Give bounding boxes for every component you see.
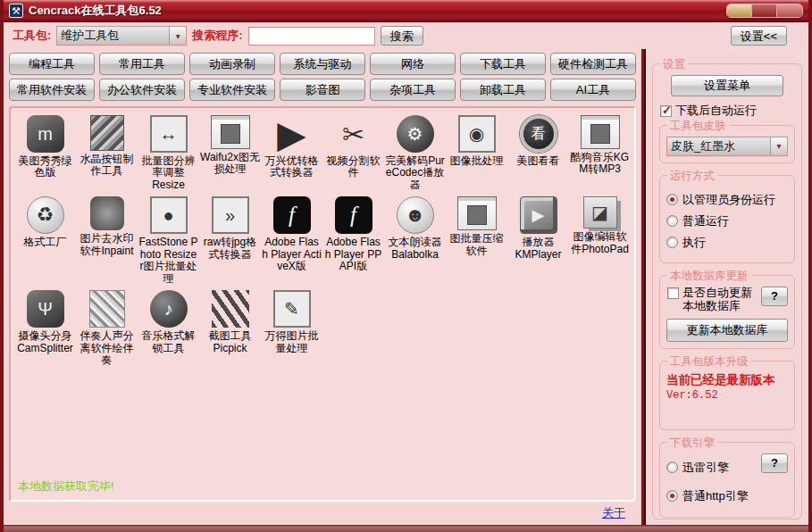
window-title: Cencrack在线工具包6.52 <box>29 3 162 19</box>
tab-button[interactable]: 动画录制 <box>189 53 275 75</box>
tab-button[interactable]: AI工具 <box>550 79 636 101</box>
app-item[interactable]: 伴奏人声分离软件绘伴奏 <box>76 290 138 366</box>
run-mode-options: 以管理员身份运行普通运行执行 <box>666 192 788 251</box>
checkbox-checked-icon <box>660 105 672 117</box>
app-item[interactable]: ⚙完美解码PureCodec播放器 <box>384 115 446 191</box>
skin-select[interactable]: 皮肤_红墨水 ▾ <box>666 137 788 156</box>
app-item[interactable]: Ψ摄像头分身 CamSplitter <box>14 290 76 366</box>
app-label: raw转jpg格式转换器 <box>200 237 260 261</box>
window-bottom-border <box>4 525 808 532</box>
app-label: 美图看看 <box>508 155 568 167</box>
app-item[interactable]: m美图秀秀绿色版 <box>14 115 76 191</box>
play-triangle-icon: ▶ <box>273 115 311 153</box>
vocal-remover-anime-icon <box>89 290 125 328</box>
app-label: 格式工厂 <box>15 237 75 248</box>
app-grid: m美图秀秀绿色版水晶按钮制作工具↔批量图分辨率调整 ResizeWaifu2x图… <box>11 108 634 366</box>
db-auto-label: 是否自动更新本地数据库 <box>682 287 761 313</box>
tab-button[interactable]: 系统与驱动 <box>280 53 365 75</box>
tab-button[interactable]: 杂项工具 <box>370 79 456 101</box>
auto-run-checkbox[interactable]: 下载后自动运行 <box>660 104 795 118</box>
app-item[interactable]: ♻格式工厂 <box>14 196 76 285</box>
kugou-kgm-window-icon <box>581 115 620 149</box>
resize-tool-icon: ↔ <box>150 115 188 153</box>
close-button[interactable] <box>777 4 802 17</box>
app-label: 水晶按钮制作工具 <box>77 154 137 178</box>
window-controls <box>726 4 803 18</box>
checkbox-unchecked-icon <box>667 287 679 299</box>
app-item[interactable]: ▶播放器 KMPlayer <box>507 196 569 285</box>
radio-unselected-icon <box>666 461 678 473</box>
tab-button[interactable]: 专业软件安装 <box>189 79 275 101</box>
tab-button[interactable]: 硬件检测工具 <box>550 53 636 75</box>
app-item[interactable]: ◉图像批处理 <box>446 115 507 191</box>
engine-help-button[interactable]: ? <box>761 453 788 473</box>
faststone-resizer-icon: ● <box>150 196 188 234</box>
app-item[interactable]: fAdobe Flash Player ActiveX版 <box>261 196 322 285</box>
run-mode-option[interactable]: 以管理员身份运行 <box>666 192 788 208</box>
app-item[interactable]: ↔批量图分辨率调整 Resize <box>138 115 199 191</box>
tab-button[interactable]: 下载工具 <box>460 53 546 75</box>
app-item[interactable]: fAdobe Flash Player PPAPI版 <box>322 196 384 285</box>
search-label: 搜索程序: <box>192 28 242 44</box>
engine-option[interactable]: 迅雷引擎 <box>666 460 749 476</box>
tab-button[interactable]: 常用软件安装 <box>9 79 95 101</box>
app-item[interactable]: »raw转jpg格式转换器 <box>199 196 261 285</box>
radio-selected-icon <box>666 194 678 205</box>
settings-menu-button[interactable]: 设置菜单 <box>671 75 783 96</box>
kmplayer-cube-icon: ▶ <box>520 196 557 234</box>
run-mode-group: 运行方式 以管理员身份运行普通运行执行 <box>659 175 795 263</box>
db-update-group-label: 本地数据库更新 <box>667 269 751 284</box>
app-item[interactable]: ✂视频分割软件 <box>322 115 384 191</box>
inpaint-blur-icon <box>90 196 124 230</box>
app-item[interactable]: 图片去水印软件Inpaint <box>76 196 138 285</box>
app-label: 截图工具 Picpick <box>200 330 260 354</box>
run-mode-group-label: 运行方式 <box>667 169 717 184</box>
app-item[interactable]: Waifu2x图无损处理 <box>199 115 261 191</box>
settings-toggle-button[interactable]: 设置<< <box>731 26 787 46</box>
engine-option[interactable]: 普通http引擎 <box>666 488 749 504</box>
app-label: 图像批处理 <box>447 155 506 167</box>
tab-button[interactable]: 办公软件安装 <box>99 79 185 101</box>
app-item[interactable]: ●FastStone Photo Resizer图片批量处理 <box>138 196 199 285</box>
tab-button[interactable]: 影音图 <box>280 79 365 101</box>
app-item[interactable]: ◪图像编辑软件PhotoPad <box>569 196 631 285</box>
app-item[interactable]: 截图工具 Picpick <box>199 290 261 366</box>
app-label: 视频分割软件 <box>323 155 383 179</box>
tab-button[interactable]: 网络 <box>370 53 456 75</box>
tab-button[interactable]: 卸载工具 <box>460 79 546 101</box>
app-label: 美图秀秀绿色版 <box>15 155 75 179</box>
app-item[interactable]: 酷狗音乐KGM转MP3 <box>569 115 631 191</box>
run-mode-option[interactable]: 执行 <box>666 235 788 251</box>
package-select[interactable]: 维护工具包 ▾ <box>56 26 187 46</box>
app-item[interactable]: ▶万兴优转格式转换器 <box>261 115 322 191</box>
app-item[interactable]: ☻文本朗读器 Balabolka <box>384 196 446 285</box>
tab-button[interactable]: 编程工具 <box>9 53 95 75</box>
maximize-button[interactable] <box>752 4 777 17</box>
run-mode-option[interactable]: 普通运行 <box>666 213 788 229</box>
package-select-value: 维护工具包 <box>57 28 169 44</box>
tab-button[interactable]: 常用工具 <box>99 53 185 75</box>
video-splitter-camera-icon: ✂ <box>335 115 373 153</box>
app-item[interactable]: ♪音乐格式解锁工具 <box>138 290 199 366</box>
download-engine-group: 下载引擎 迅雷引擎普通http引擎 ? <box>659 442 795 518</box>
toolbar: 工具包: 维护工具包 ▾ 搜索程序: 搜索 设置<< <box>4 22 808 49</box>
search-button[interactable]: 搜索 <box>381 26 423 46</box>
app-item[interactable]: 看美图看看 <box>507 115 569 191</box>
app-label: 图批量压缩软件 <box>447 233 506 257</box>
db-auto-checkbox[interactable]: 是否自动更新本地数据库 <box>667 287 761 313</box>
photopad-stack-icon: ◪ <box>583 196 617 229</box>
app-label: 万兴优转格式转换器 <box>262 155 322 179</box>
minimize-button[interactable] <box>727 4 752 17</box>
radio-unselected-icon <box>666 215 678 227</box>
run-mode-label: 执行 <box>682 235 706 251</box>
app-item[interactable]: 水晶按钮制作工具 <box>76 115 138 191</box>
app-item[interactable]: 图批量压缩软件 <box>446 196 507 285</box>
app-label: 图片去水印软件Inpaint <box>77 233 137 257</box>
search-input[interactable] <box>248 27 375 46</box>
purecodec-gear-icon: ⚙ <box>397 115 434 153</box>
app-item[interactable]: ✎万得图片批量处理 <box>261 290 322 366</box>
db-help-button[interactable]: ? <box>761 287 788 306</box>
crystal-button-photo-icon <box>90 115 124 151</box>
db-update-button[interactable]: 更新本地数据库 <box>666 319 788 342</box>
about-link[interactable]: 关于 <box>602 505 625 521</box>
